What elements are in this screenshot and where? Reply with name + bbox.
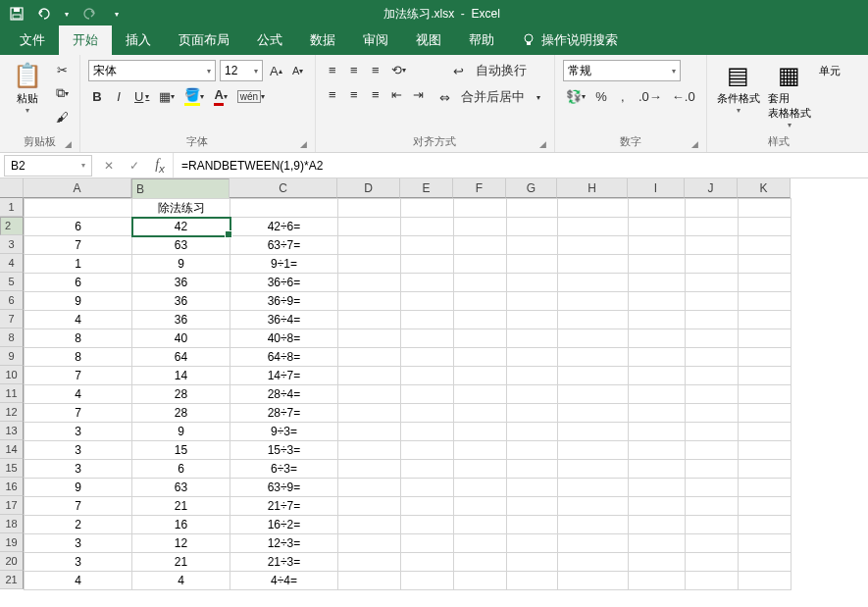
cell[interactable] [739, 292, 791, 311]
cancel-formula-button[interactable]: ✕ [96, 159, 122, 173]
orientation-button[interactable]: ⟲▾ [388, 60, 409, 79]
bold-button[interactable]: B [88, 86, 106, 106]
cell[interactable] [454, 292, 507, 311]
cell[interactable] [338, 218, 401, 236]
undo-dropdown-icon[interactable]: ▾ [63, 5, 71, 23]
cell[interactable] [401, 199, 454, 218]
font-color-button[interactable]: A▾ [211, 86, 230, 106]
tab-view[interactable]: 视图 [402, 25, 455, 55]
cell[interactable] [739, 218, 791, 236]
dialog-launcher-icon[interactable]: ◢ [65, 139, 72, 149]
cell[interactable] [558, 479, 629, 497]
cell[interactable] [558, 460, 629, 479]
row-header[interactable]: 9 [0, 347, 24, 366]
cell[interactable] [338, 348, 401, 367]
cell[interactable] [507, 367, 558, 385]
cell[interactable] [507, 218, 558, 236]
cell[interactable] [629, 236, 686, 255]
tab-layout[interactable]: 页面布局 [165, 25, 243, 55]
font-size-select[interactable]: 12▾ [220, 60, 263, 81]
cell[interactable] [338, 236, 401, 255]
cell[interactable] [338, 572, 401, 590]
cell[interactable] [558, 274, 629, 292]
cell[interactable] [401, 423, 454, 441]
cell[interactable]: 4 [25, 572, 132, 590]
name-box[interactable]: B2▾ [4, 155, 92, 177]
cell[interactable] [507, 348, 558, 367]
cell[interactable] [558, 367, 629, 385]
decrease-indent-button[interactable]: ⇤ [388, 84, 406, 104]
cell[interactable] [454, 255, 507, 274]
cell[interactable] [629, 404, 686, 423]
row-header[interactable]: 13 [0, 422, 24, 440]
cell[interactable] [686, 367, 739, 385]
cell[interactable] [507, 516, 558, 534]
enter-formula-button[interactable]: ✓ [122, 159, 147, 173]
tab-file[interactable]: 文件 [6, 25, 59, 55]
dialog-launcher-icon[interactable]: ◢ [539, 139, 546, 149]
cell[interactable]: 36 [132, 311, 230, 329]
tab-tell-me[interactable]: 操作说明搜索 [508, 25, 632, 55]
increase-font-button[interactable]: A▴ [267, 61, 285, 80]
row-header[interactable]: 4 [0, 254, 24, 273]
cell[interactable]: 4 [25, 385, 132, 404]
cell[interactable] [507, 311, 558, 329]
cell[interactable] [686, 218, 739, 236]
select-all-corner[interactable] [0, 178, 24, 198]
cell[interactable] [686, 497, 739, 516]
cell[interactable] [558, 199, 629, 218]
cell[interactable]: 63÷7= [230, 236, 338, 255]
cell[interactable] [401, 329, 454, 348]
number-format-select[interactable]: 常规▾ [563, 60, 681, 81]
cell[interactable] [739, 274, 791, 292]
cell[interactable] [454, 385, 507, 404]
underline-button[interactable]: U▾ [131, 86, 152, 106]
cell[interactable]: 36÷4= [230, 311, 338, 329]
cell[interactable] [558, 497, 629, 516]
cell[interactable]: 15 [132, 441, 230, 460]
cell[interactable] [686, 199, 739, 218]
column-header-J[interactable]: J [685, 178, 738, 198]
cell[interactable] [558, 441, 629, 460]
cell[interactable] [739, 385, 791, 404]
tab-help[interactable]: 帮助 [455, 25, 508, 55]
cell[interactable] [338, 479, 401, 497]
cell[interactable] [686, 534, 739, 553]
cell[interactable] [507, 329, 558, 348]
column-header-H[interactable]: H [557, 178, 628, 198]
percent-button[interactable]: % [592, 86, 610, 106]
cell[interactable] [629, 441, 686, 460]
row-header[interactable]: 17 [0, 496, 24, 515]
row-header[interactable]: 6 [0, 291, 24, 310]
cell[interactable]: 6÷3= [230, 460, 338, 479]
row-header[interactable]: 5 [0, 273, 24, 291]
column-header-K[interactable]: K [738, 178, 791, 198]
cell[interactable] [629, 292, 686, 311]
comma-button[interactable]: , [614, 86, 632, 106]
cell[interactable] [454, 479, 507, 497]
tab-review[interactable]: 审阅 [349, 25, 402, 55]
cell[interactable] [629, 311, 686, 329]
cell[interactable]: 3 [25, 423, 132, 441]
cell[interactable]: 63 [132, 479, 230, 497]
cell[interactable] [338, 553, 401, 572]
cell[interactable]: 36÷9= [230, 292, 338, 311]
column-header-G[interactable]: G [506, 178, 557, 198]
merge-center-button[interactable]: ⇔ 合并后居中 ▾ [434, 86, 546, 108]
cell[interactable]: 除法练习 [132, 199, 230, 218]
cell[interactable] [507, 497, 558, 516]
cell[interactable] [507, 423, 558, 441]
insert-function-button[interactable]: fx [147, 157, 173, 175]
cell[interactable]: 8 [25, 348, 132, 367]
cell[interactable] [338, 404, 401, 423]
cell[interactable] [739, 367, 791, 385]
cell[interactable] [629, 385, 686, 404]
row-header[interactable]: 20 [0, 552, 24, 571]
align-center-button[interactable]: ≡ [345, 84, 363, 104]
cell[interactable]: 28÷4= [230, 385, 338, 404]
cell[interactable] [507, 385, 558, 404]
cell[interactable] [739, 572, 791, 590]
dialog-launcher-icon[interactable]: ◢ [691, 139, 698, 149]
cell[interactable]: 14÷7= [230, 367, 338, 385]
cell[interactable] [558, 329, 629, 348]
